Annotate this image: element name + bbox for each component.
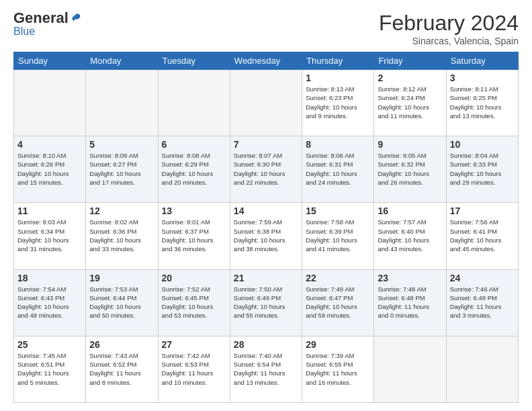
col-tuesday: Tuesday [158, 52, 230, 70]
day-info: Sunrise: 7:59 AMSunset: 6:38 PMDaylight:… [234, 218, 298, 253]
table-row [14, 70, 86, 136]
title-section: February 2024 Sinarcas, Valencia, Spain [379, 11, 519, 46]
day-info: Sunrise: 8:09 AMSunset: 6:27 PMDaylight:… [89, 151, 154, 187]
table-row [374, 336, 446, 402]
day-number: 16 [378, 205, 442, 216]
calendar-week-row: 11Sunrise: 8:03 AMSunset: 6:34 PMDayligh… [14, 203, 519, 269]
table-row: 20Sunrise: 7:52 AMSunset: 6:45 PMDayligh… [158, 269, 230, 336]
table-row: 13Sunrise: 8:01 AMSunset: 6:37 PMDayligh… [158, 203, 230, 269]
table-row: 27Sunrise: 7:42 AMSunset: 6:53 PMDayligh… [158, 336, 230, 402]
table-row: 11Sunrise: 8:03 AMSunset: 6:34 PMDayligh… [14, 203, 86, 269]
col-friday: Friday [374, 52, 446, 70]
day-info: Sunrise: 8:12 AMSunset: 6:24 PMDaylight:… [378, 85, 442, 120]
day-info: Sunrise: 7:52 AMSunset: 6:45 PMDaylight:… [162, 285, 226, 320]
day-number: 22 [306, 273, 370, 283]
table-row: 21Sunrise: 7:50 AMSunset: 6:46 PMDayligh… [230, 269, 302, 336]
table-row: 7Sunrise: 8:07 AMSunset: 6:30 PMDaylight… [230, 136, 302, 203]
table-row: 24Sunrise: 7:46 AMSunset: 6:49 PMDayligh… [446, 269, 518, 336]
table-row: 26Sunrise: 7:43 AMSunset: 6:52 PMDayligh… [86, 336, 158, 402]
day-info: Sunrise: 8:04 AMSunset: 6:33 PMDaylight:… [450, 151, 515, 187]
day-number: 11 [17, 205, 82, 216]
day-number: 3 [450, 73, 515, 83]
day-info: Sunrise: 7:45 AMSunset: 6:51 PMDaylight:… [17, 351, 82, 387]
table-row: 15Sunrise: 7:58 AMSunset: 6:39 PMDayligh… [302, 203, 374, 269]
logo-bird-icon [70, 12, 82, 24]
day-info: Sunrise: 7:49 AMSunset: 6:47 PMDaylight:… [306, 285, 370, 320]
day-number: 8 [306, 139, 370, 150]
calendar-header-row: Sunday Monday Tuesday Wednesday Thursday… [14, 52, 519, 70]
col-wednesday: Wednesday [230, 52, 302, 70]
col-sunday: Sunday [14, 52, 86, 70]
day-info: Sunrise: 7:39 AMSunset: 6:55 PMDaylight:… [306, 351, 370, 387]
day-number: 7 [234, 139, 298, 150]
day-number: 12 [89, 205, 154, 216]
table-row: 17Sunrise: 7:56 AMSunset: 6:41 PMDayligh… [446, 203, 518, 269]
day-number: 15 [306, 205, 370, 216]
table-row: 9Sunrise: 8:05 AMSunset: 6:32 PMDaylight… [374, 136, 446, 203]
table-row: 22Sunrise: 7:49 AMSunset: 6:47 PMDayligh… [302, 269, 374, 336]
day-number: 21 [234, 273, 298, 283]
day-info: Sunrise: 8:07 AMSunset: 6:30 PMDaylight:… [234, 151, 298, 187]
table-row: 18Sunrise: 7:54 AMSunset: 6:43 PMDayligh… [14, 269, 86, 336]
table-row: 25Sunrise: 7:45 AMSunset: 6:51 PMDayligh… [14, 336, 86, 402]
day-number: 9 [378, 139, 442, 150]
table-row: 6Sunrise: 8:08 AMSunset: 6:29 PMDaylight… [158, 136, 230, 203]
table-row: 12Sunrise: 8:02 AMSunset: 6:36 PMDayligh… [86, 203, 158, 269]
table-row: 16Sunrise: 7:57 AMSunset: 6:40 PMDayligh… [374, 203, 446, 269]
day-info: Sunrise: 7:50 AMSunset: 6:46 PMDaylight:… [234, 285, 298, 320]
table-row: 4Sunrise: 8:10 AMSunset: 6:26 PMDaylight… [14, 136, 86, 203]
col-thursday: Thursday [302, 52, 374, 70]
table-row: 3Sunrise: 8:11 AMSunset: 6:25 PMDaylight… [446, 70, 518, 136]
day-number: 2 [378, 73, 442, 83]
day-info: Sunrise: 7:53 AMSunset: 6:44 PMDaylight:… [89, 285, 154, 320]
day-number: 24 [450, 273, 515, 283]
calendar-week-row: 18Sunrise: 7:54 AMSunset: 6:43 PMDayligh… [14, 269, 519, 336]
table-row: 14Sunrise: 7:59 AMSunset: 6:38 PMDayligh… [230, 203, 302, 269]
day-number: 5 [89, 139, 154, 150]
table-row: 28Sunrise: 7:40 AMSunset: 6:54 PMDayligh… [230, 336, 302, 402]
table-row: 1Sunrise: 8:13 AMSunset: 6:23 PMDaylight… [302, 70, 374, 136]
calendar-week-row: 1Sunrise: 8:13 AMSunset: 6:23 PMDaylight… [14, 70, 519, 136]
table-row: 23Sunrise: 7:48 AMSunset: 6:48 PMDayligh… [374, 269, 446, 336]
day-info: Sunrise: 8:11 AMSunset: 6:25 PMDaylight:… [450, 85, 515, 120]
header: General Blue February 2024 Sinarcas, Val… [13, 11, 519, 46]
table-row [86, 70, 158, 136]
day-info: Sunrise: 8:05 AMSunset: 6:32 PMDaylight:… [378, 151, 442, 187]
day-number: 28 [234, 339, 298, 350]
col-saturday: Saturday [446, 52, 518, 70]
day-info: Sunrise: 7:58 AMSunset: 6:39 PMDaylight:… [306, 218, 370, 253]
day-info: Sunrise: 7:54 AMSunset: 6:43 PMDaylight:… [17, 285, 82, 320]
table-row: 29Sunrise: 7:39 AMSunset: 6:55 PMDayligh… [302, 336, 374, 402]
calendar-week-row: 25Sunrise: 7:45 AMSunset: 6:51 PMDayligh… [14, 336, 519, 402]
day-number: 29 [306, 339, 370, 350]
day-number: 13 [162, 205, 226, 216]
day-info: Sunrise: 7:43 AMSunset: 6:52 PMDaylight:… [89, 351, 154, 387]
day-number: 27 [162, 339, 226, 350]
day-info: Sunrise: 8:02 AMSunset: 6:36 PMDaylight:… [89, 218, 154, 253]
logo-blue-text: Blue [13, 26, 35, 37]
day-info: Sunrise: 8:13 AMSunset: 6:23 PMDaylight:… [306, 85, 370, 120]
day-info: Sunrise: 7:57 AMSunset: 6:40 PMDaylight:… [378, 218, 442, 253]
day-number: 20 [162, 273, 226, 283]
logo-general-text: General [13, 11, 69, 26]
day-number: 10 [450, 139, 515, 150]
table-row [230, 70, 302, 136]
day-info: Sunrise: 7:40 AMSunset: 6:54 PMDaylight:… [234, 351, 298, 387]
day-info: Sunrise: 8:10 AMSunset: 6:26 PMDaylight:… [17, 151, 82, 187]
day-info: Sunrise: 7:46 AMSunset: 6:49 PMDaylight:… [450, 285, 515, 320]
day-info: Sunrise: 7:42 AMSunset: 6:53 PMDaylight:… [162, 351, 226, 387]
table-row: 5Sunrise: 8:09 AMSunset: 6:27 PMDaylight… [86, 136, 158, 203]
day-number: 18 [17, 273, 82, 283]
page: General Blue February 2024 Sinarcas, Val… [0, 0, 532, 411]
table-row [158, 70, 230, 136]
day-number: 1 [306, 73, 370, 83]
day-info: Sunrise: 7:56 AMSunset: 6:41 PMDaylight:… [450, 218, 515, 253]
day-info: Sunrise: 8:06 AMSunset: 6:31 PMDaylight:… [306, 151, 370, 187]
day-info: Sunrise: 8:08 AMSunset: 6:29 PMDaylight:… [162, 151, 226, 187]
day-number: 26 [89, 339, 154, 350]
table-row: 19Sunrise: 7:53 AMSunset: 6:44 PMDayligh… [86, 269, 158, 336]
day-info: Sunrise: 8:03 AMSunset: 6:34 PMDaylight:… [17, 218, 82, 253]
day-info: Sunrise: 8:01 AMSunset: 6:37 PMDaylight:… [162, 218, 226, 253]
calendar-week-row: 4Sunrise: 8:10 AMSunset: 6:26 PMDaylight… [14, 136, 519, 203]
table-row: 10Sunrise: 8:04 AMSunset: 6:33 PMDayligh… [446, 136, 518, 203]
